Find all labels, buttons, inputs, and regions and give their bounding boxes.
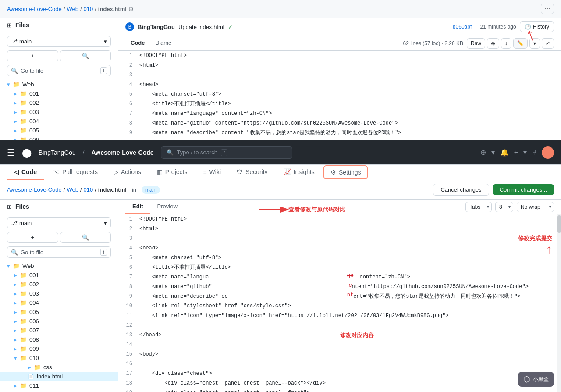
hamburger-icon[interactable]: ☰ xyxy=(7,147,15,158)
new-button[interactable]: + xyxy=(514,149,518,157)
bottom-tree-003[interactable]: ▸ 📁 003 xyxy=(0,289,118,298)
tab-code[interactable]: Code xyxy=(125,36,150,50)
tab-security[interactable]: 🛡 Security xyxy=(230,165,275,180)
bottom-tree-index-html[interactable]: 📄 index.html xyxy=(0,372,118,381)
github-logo[interactable]: ⬤ xyxy=(22,147,32,158)
line-code[interactable] xyxy=(139,360,561,368)
copilot-dropdown[interactable]: ▾ xyxy=(491,148,495,157)
gh-search-bar[interactable]: 🔍 Type / to search / xyxy=(161,146,292,159)
breadcrumb-sub2[interactable]: 010 xyxy=(84,6,93,12)
branch-selector[interactable]: ⎇ main ▾ xyxy=(7,36,111,47)
bottom-tree-007[interactable]: ▸ 📁 007 xyxy=(0,326,118,335)
line-code[interactable]: <meta name="github" xyxy=(139,282,348,291)
line-code[interactable]: <meta name="describe" co xyxy=(139,292,347,301)
search-file-button[interactable]: 🔍 xyxy=(60,50,111,61)
raw-button[interactable]: Raw xyxy=(467,38,485,49)
line-code-cont[interactable]: ent="收集不易，您的star是我坚持的动力，同时也欢迎各位PR哦！"> xyxy=(353,292,561,301)
breadcrumb-sub[interactable]: Web xyxy=(67,6,78,12)
tab-insights[interactable]: 📈 Insights xyxy=(277,165,322,180)
editor-code-area[interactable]: 1 <!DOCTYPE html> 2 <html> 3 4 <head> xyxy=(118,214,561,392)
line-code[interactable]: <link rel="stylesheet" href="css/style.c… xyxy=(139,302,561,310)
copy-raw-button[interactable]: ⊕ xyxy=(487,38,499,49)
cancel-changes-button[interactable]: Cancel changes xyxy=(433,184,489,196)
bottom-tree-css[interactable]: ▸ 📁 css xyxy=(0,363,118,372)
bottom-branch-selector[interactable]: ⎇ main ▾ xyxy=(7,217,111,228)
nav-username[interactable]: BingTangGou xyxy=(39,149,76,156)
new-dropdown[interactable]: ▾ xyxy=(523,148,527,157)
line-code[interactable]: <div class="chest__panel chest__panel--f… xyxy=(139,388,561,392)
spaces-select[interactable]: 8 2 4 xyxy=(495,202,513,212)
bottom-tree-009[interactable]: ▸ 📁 009 xyxy=(0,344,118,353)
tree-item-web[interactable]: ▾ 📁 Web xyxy=(0,80,118,89)
editor-breadcrumb-sub[interactable]: Web xyxy=(67,186,78,193)
bottom-tree-011[interactable]: ▸ 📁 011 xyxy=(0,381,118,390)
editor-breadcrumb-repo[interactable]: Awesome-Love-Code xyxy=(7,186,62,193)
bottom-add-file-button[interactable]: + xyxy=(7,232,58,243)
history-button[interactable]: 🕐 History xyxy=(520,21,554,32)
more-options-button[interactable]: ⋯ xyxy=(541,4,554,14)
tab-pull-requests[interactable]: ⌥ Pull requests xyxy=(46,165,105,180)
bottom-tree-010[interactable]: ▾ 📁 010 xyxy=(0,353,118,363)
edit-tab-edit[interactable]: Edit xyxy=(125,200,150,214)
tab-actions[interactable]: ▷ Actions xyxy=(107,165,148,180)
bottom-search-button[interactable]: 🔍 xyxy=(60,232,111,243)
wrap-select[interactable]: No wrap Soft wrap xyxy=(517,202,554,212)
bottom-tree-001[interactable]: ▸ 📁 001 xyxy=(0,271,118,280)
nav-repo[interactable]: Awesome-Love-Code xyxy=(91,149,153,156)
commit-changes-button[interactable]: Commit changes... xyxy=(493,184,554,195)
bottom-tree-008[interactable]: ▸ 📁 008 xyxy=(0,335,118,344)
breadcrumb-repo[interactable]: Awesome-Love-Code xyxy=(7,6,62,12)
user-avatar[interactable] xyxy=(542,146,554,159)
edit-tab-preview[interactable]: Preview xyxy=(150,200,185,214)
download-button[interactable]: ↓ xyxy=(501,38,511,49)
line-code[interactable]: <head> xyxy=(139,244,561,253)
line-code-cont[interactable]: ntent="https://github.com/sun0225SUN/Awe… xyxy=(352,282,561,291)
line-code[interactable]: </head> xyxy=(139,331,561,339)
line-code[interactable]: <meta charset="utf-8"> xyxy=(139,253,561,262)
notifications-button[interactable]: 🔔 xyxy=(500,148,509,157)
bottom-go-to-file[interactable]: 🔍 Go to file t xyxy=(7,246,111,258)
line-code[interactable]: <html> xyxy=(139,225,561,233)
tabs-select[interactable]: Tabs xyxy=(465,202,492,212)
line-code[interactable]: <div class="chest"> xyxy=(139,369,561,378)
line-code[interactable] xyxy=(139,340,561,349)
tree-item-002[interactable]: ▸ 📁 002 xyxy=(0,98,118,107)
tree-item-001[interactable]: ▸ 📁 001 xyxy=(0,89,118,98)
bottom-tree-002[interactable]: ▸ 📁 002 xyxy=(0,280,118,289)
bottom-tree-006[interactable]: ▸ 📁 006 xyxy=(0,317,118,326)
tab-blame[interactable]: Blame xyxy=(150,36,177,50)
editor-scrollbar[interactable] xyxy=(557,214,561,392)
tree-item-006[interactable]: ▸ 📁 006 xyxy=(0,135,118,140)
edit-button[interactable]: ✏️ xyxy=(513,38,528,49)
line-code[interactable]: <!DOCTYPE html> xyxy=(139,215,561,224)
commit-hash[interactable]: b060abf xyxy=(453,24,472,30)
fullscreen-button[interactable]: ⤢ xyxy=(542,38,554,49)
tree-item-005[interactable]: ▸ 📁 005 xyxy=(0,126,118,135)
more-file-actions[interactable]: ▾ xyxy=(529,38,540,49)
go-to-file-search[interactable]: 🔍 Go to file t xyxy=(7,65,111,76)
line-code[interactable]: <title>不准打开插屜</title> xyxy=(139,263,561,272)
scrollbar-thumb[interactable] xyxy=(557,215,561,233)
tab-code[interactable]: ◁ Code xyxy=(7,165,44,180)
line-code[interactable] xyxy=(139,234,561,243)
tab-wiki[interactable]: ≡ Wiki xyxy=(196,165,228,180)
line-code[interactable]: <div class="chest__panel chest__panel--b… xyxy=(139,379,561,388)
add-file-button[interactable]: + xyxy=(7,50,58,61)
tab-settings[interactable]: ⚙ Settings xyxy=(323,165,368,179)
line-code[interactable]: <meta name="langua xyxy=(139,273,347,282)
fork-button[interactable]: ⑂ xyxy=(532,149,536,157)
tree-item-004[interactable]: ▸ 📁 004 xyxy=(0,117,118,126)
copy-path-icon[interactable]: ⊕ xyxy=(128,5,134,12)
copilot-button[interactable]: ⊕ xyxy=(480,148,486,157)
line-code-cont[interactable]: content="zh-CN"> xyxy=(353,273,561,282)
line-code[interactable] xyxy=(139,321,561,330)
line-code[interactable]: <body> xyxy=(139,350,561,359)
bottom-tree-004[interactable]: ▸ 📁 004 xyxy=(0,298,118,307)
editor-breadcrumb-sub3[interactable]: 010 xyxy=(84,186,93,193)
tab-projects[interactable]: ▦ Projects xyxy=(150,165,195,180)
tree-item-003[interactable]: ▸ 📁 003 xyxy=(0,107,118,117)
editor-line-15: 15 <body> xyxy=(118,349,561,359)
line-code[interactable]: <link rel="icon" type="image/x-icon" hre… xyxy=(139,311,561,320)
bottom-tree-005[interactable]: ▸ 📁 005 xyxy=(0,307,118,317)
bottom-tree-web[interactable]: ▾ 📁 Web xyxy=(0,261,118,271)
